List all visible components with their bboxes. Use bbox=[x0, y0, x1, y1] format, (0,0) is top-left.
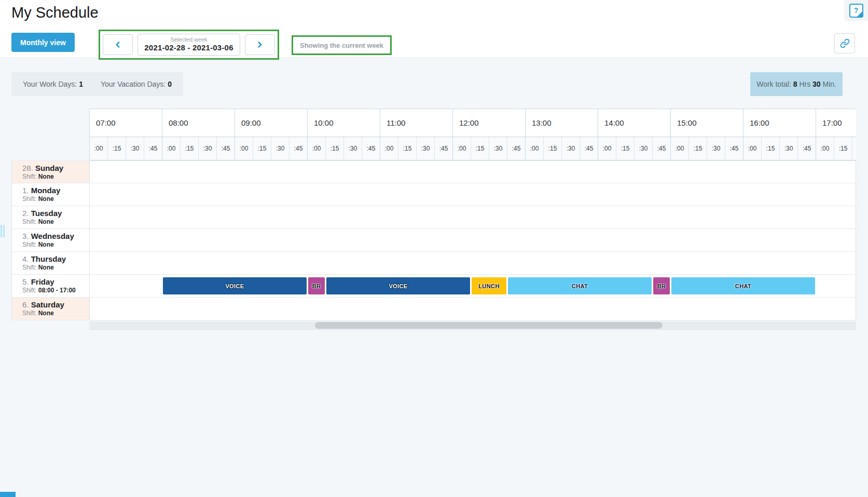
work-days-stat: Your Work Days: 1 bbox=[23, 80, 83, 88]
quarter-header-cell: :00 bbox=[670, 137, 688, 160]
hour-header-cell: 07:00 bbox=[89, 109, 162, 137]
link-icon bbox=[840, 38, 850, 48]
day-timeline bbox=[90, 161, 856, 183]
quarter-header-cell: :15 bbox=[325, 137, 343, 160]
quarter-header-cell: :00 bbox=[380, 137, 398, 160]
week-navigation: Selected week 2021-02-28 - 2021-03-06 bbox=[99, 30, 279, 60]
quarter-header-cell: :30 bbox=[707, 137, 725, 160]
copy-link-button[interactable] bbox=[834, 33, 855, 53]
vacation-days-stat: Your Vacation Days: 0 bbox=[101, 80, 172, 88]
quarter-header-cell: :15 bbox=[253, 137, 271, 160]
day-timeline bbox=[90, 252, 856, 274]
quarter-header-cell: :00 bbox=[307, 137, 325, 160]
hour-header-cell: 12:00 bbox=[452, 109, 525, 137]
hour-header-cell: 15:00 bbox=[670, 109, 743, 137]
quarter-header-cell: :15 bbox=[688, 137, 707, 160]
side-panel-handle[interactable] bbox=[1, 225, 5, 237]
quarter-header-cell: :15 bbox=[107, 137, 126, 160]
quarter-header-cell: :45 bbox=[289, 137, 307, 160]
page-title: My Schedule bbox=[11, 4, 99, 21]
day-label: 28. SundayShift: None bbox=[12, 161, 90, 183]
quarter-header-cell: :15 bbox=[471, 137, 489, 160]
day-row-tuesday[interactable]: 2. TuesdayShift: None bbox=[11, 206, 856, 229]
chevron-left-icon bbox=[113, 40, 122, 49]
quarter-header-cell: :30 bbox=[489, 137, 507, 160]
hour-header-cell: 10:00 bbox=[307, 109, 380, 137]
schedule-block-chat[interactable]: CHAT bbox=[508, 277, 652, 294]
day-row-thursday[interactable]: 4. ThursdayShift: None bbox=[11, 252, 856, 275]
quarter-header-cell: :30 bbox=[634, 137, 652, 160]
hour-header-cell: 17:00 bbox=[816, 109, 856, 137]
schedule-block-lunch[interactable]: LUNCH bbox=[472, 277, 506, 294]
schedule-block-chat[interactable]: CHAT bbox=[671, 277, 815, 294]
quarter-header-cell: :45 bbox=[652, 137, 670, 160]
horizontal-scrollbar-thumb[interactable] bbox=[315, 322, 663, 329]
quarter-header-cell: :45 bbox=[797, 137, 816, 160]
day-row-friday[interactable]: 5. FridayShift: 08:00 - 17:00VOICEBRVOIC… bbox=[11, 275, 856, 298]
quarter-header-cell: :00 bbox=[743, 137, 761, 160]
hour-header-cell: 13:00 bbox=[525, 109, 598, 137]
quarter-header-cell: :15 bbox=[398, 137, 416, 160]
hour-header-cell: 16:00 bbox=[743, 109, 816, 137]
quarter-header-cell: :30 bbox=[126, 137, 144, 160]
my-schedule-page: My Schedule Monthly view Selected week 2… bbox=[0, 0, 868, 497]
quarter-header-cell: :45 bbox=[144, 137, 162, 160]
hour-header-row: 07:0008:0009:0010:0011:0012:0013:0014:00… bbox=[89, 109, 856, 137]
hour-header-cell: 08:00 bbox=[162, 109, 235, 137]
day-timeline bbox=[90, 229, 856, 251]
quarter-header-cell: :45 bbox=[507, 137, 525, 160]
quarter-header-row: :00:15:30:45:00:15:30:45:00:15:30:45:00:… bbox=[89, 137, 856, 160]
quarter-header-cell: :00 bbox=[162, 137, 180, 160]
schedule-block-voice[interactable]: VOICE bbox=[163, 277, 307, 294]
day-timeline bbox=[90, 298, 856, 320]
next-week-button[interactable] bbox=[245, 34, 275, 55]
quarter-header-cell: :00 bbox=[89, 137, 107, 160]
quarter-header-cell: :30 bbox=[198, 137, 216, 160]
quarter-header-cell: :15 bbox=[180, 137, 198, 160]
selected-week-value: 2021-02-28 - 2021-03-06 bbox=[138, 43, 240, 52]
day-timeline bbox=[90, 206, 856, 229]
day-row-sunday[interactable]: 28. SundayShift: None bbox=[11, 160, 856, 183]
quarter-header-cell: :30 bbox=[561, 137, 580, 160]
quarter-header-cell: :30 bbox=[852, 137, 856, 160]
day-row-wednesday[interactable]: 3. WednesdayShift: None bbox=[11, 229, 856, 252]
quarter-header-cell: :30 bbox=[779, 137, 797, 160]
stats-bar: Your Work Days: 1 Your Vacation Days: 0 bbox=[11, 72, 183, 96]
schedule-grid: 07:0008:0009:0010:0011:0012:0013:0014:00… bbox=[11, 109, 856, 320]
quarter-header-cell: :15 bbox=[761, 137, 779, 160]
chevron-right-icon bbox=[255, 40, 265, 49]
day-label: 6. SaturdayShift: None bbox=[12, 298, 90, 320]
current-week-indicator: Showing the current week bbox=[292, 35, 392, 55]
timeline-header: 07:0008:0009:0010:0011:0012:0013:0014:00… bbox=[89, 109, 856, 160]
selected-week-label: Selected week bbox=[138, 36, 240, 43]
day-row-monday[interactable]: 1. MondayShift: None bbox=[11, 183, 856, 206]
quarter-header-cell: :15 bbox=[616, 137, 634, 160]
quarter-header-cell: :00 bbox=[452, 137, 471, 160]
quarter-header-cell: :45 bbox=[580, 137, 598, 160]
day-row-saturday[interactable]: 6. SaturdayShift: None bbox=[11, 298, 856, 320]
schedule-block-br[interactable]: BR bbox=[653, 277, 670, 294]
quarter-header-cell: :30 bbox=[416, 137, 434, 160]
quarter-header-cell: :30 bbox=[343, 137, 362, 160]
previous-week-button[interactable] bbox=[103, 34, 133, 55]
day-timeline bbox=[90, 183, 856, 206]
hour-header-cell: 14:00 bbox=[598, 109, 670, 137]
quarter-header-cell: :00 bbox=[525, 137, 543, 160]
help-button[interactable]: ? bbox=[844, 0, 868, 21]
quarter-header-cell: :45 bbox=[434, 137, 452, 160]
help-icon: ? bbox=[849, 4, 863, 18]
schedule-block-br[interactable]: BR bbox=[308, 277, 325, 294]
quarter-header-cell: :15 bbox=[834, 137, 852, 160]
schedule-block-voice[interactable]: VOICE bbox=[326, 277, 470, 294]
day-label: 3. WednesdayShift: None bbox=[12, 229, 90, 251]
day-label: 2. TuesdayShift: None bbox=[12, 206, 90, 229]
day-rows: 28. SundayShift: None1. MondayShift: Non… bbox=[11, 160, 856, 320]
quarter-header-cell: :00 bbox=[235, 137, 253, 160]
quarter-header-cell: :45 bbox=[362, 137, 380, 160]
hour-header-cell: 09:00 bbox=[235, 109, 307, 137]
day-label: 5. FridayShift: 08:00 - 17:00 bbox=[12, 275, 90, 297]
quarter-header-cell: :30 bbox=[271, 137, 289, 160]
monthly-view-button[interactable]: Monthly view bbox=[11, 33, 75, 52]
horizontal-scrollbar-track[interactable] bbox=[89, 321, 856, 330]
quarter-header-cell: :45 bbox=[216, 137, 235, 160]
